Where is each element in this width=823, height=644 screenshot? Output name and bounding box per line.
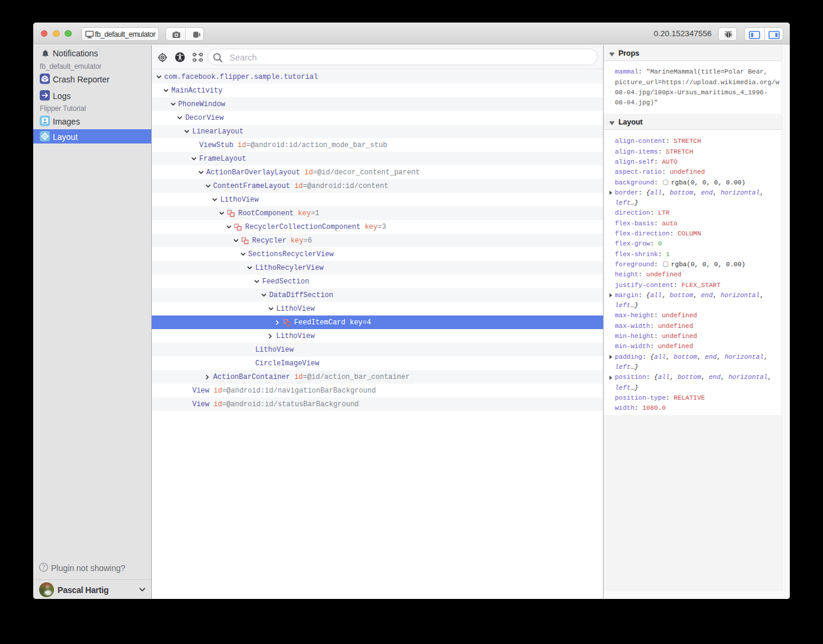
svg-text:?: ?	[42, 564, 46, 570]
